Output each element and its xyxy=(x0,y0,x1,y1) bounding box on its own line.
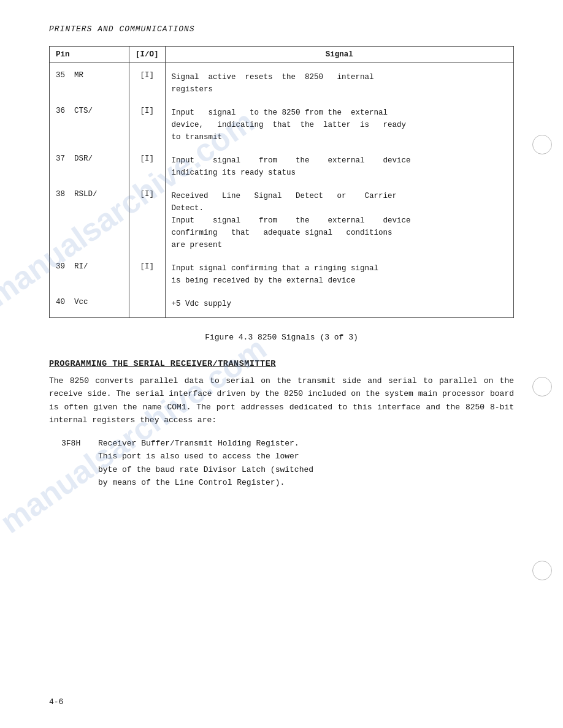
page-header: PRINTERS AND COMMUNICATIONS xyxy=(49,25,514,34)
page-number: 4-6 xyxy=(49,697,63,707)
table-row: 36 CTS/ [I] Input signal to the 8250 fro… xyxy=(50,104,514,146)
sep-row-2 xyxy=(50,146,514,151)
sep-row-6 xyxy=(50,313,514,318)
table-row: 37 DSR/ [I] Input signal from the extern… xyxy=(50,151,514,182)
cell-signal-35: Signal active resets the 8250 internal r… xyxy=(165,68,513,99)
def-desc: Receiver Buffer/Transmit Holding Registe… xyxy=(98,437,514,490)
cell-signal-36: Input signal to the 8250 from the extern… xyxy=(165,104,513,146)
cell-signal-37: Input signal from the external device in… xyxy=(165,151,513,182)
margin-circle-1 xyxy=(532,135,552,154)
col-pin-header: Pin xyxy=(50,47,129,63)
cell-io-39: [I] xyxy=(129,259,166,290)
sep-row-1 xyxy=(50,99,514,104)
col-signal-header: Signal xyxy=(165,47,513,63)
def-term: 3F8H xyxy=(61,437,98,490)
section-heading: PROGRAMMING THE SERIAL RECEIVER/TRANSMIT… xyxy=(49,359,514,368)
cell-signal-39: Input signal confirming that a ringing s… xyxy=(165,259,513,290)
cell-pin-37: 37 DSR/ xyxy=(50,151,129,182)
table-row: 35 MR [I] Signal active resets the 8250 … xyxy=(50,68,514,99)
page: manualsarchive.com manualsarchive.com PR… xyxy=(0,0,563,728)
margin-circle-2 xyxy=(532,377,552,396)
cell-signal-40: +5 Vdc supply xyxy=(165,295,513,313)
signal-table: Pin [I/O] Signal 35 MR [I] Signal active… xyxy=(49,46,514,318)
cell-io-38: [I] xyxy=(129,187,166,254)
definition-list: 3F8H Receiver Buffer/Transmit Holding Re… xyxy=(49,437,514,490)
sep-row-0 xyxy=(50,63,514,68)
table-header-row: Pin [I/O] Signal xyxy=(50,47,514,63)
table-row: 38 RSLD/ [I] Received Line Signal Detect… xyxy=(50,187,514,254)
def-item-3f8h: 3F8H Receiver Buffer/Transmit Holding Re… xyxy=(61,437,514,490)
sep-row-4 xyxy=(50,254,514,259)
cell-pin-39: 39 RI/ xyxy=(50,259,129,290)
sep-row-3 xyxy=(50,182,514,187)
cell-pin-38: 38 RSLD/ xyxy=(50,187,129,254)
cell-signal-38: Received Line Signal Detect or Carrier D… xyxy=(165,187,513,254)
cell-pin-40: 40 Vcc xyxy=(50,295,129,313)
cell-io-36: [I] xyxy=(129,104,166,146)
cell-io-37: [I] xyxy=(129,151,166,182)
table-row: 40 Vcc +5 Vdc supply xyxy=(50,295,514,313)
cell-pin-35: 35 MR xyxy=(50,68,129,99)
margin-circle-3 xyxy=(532,561,552,580)
section-body-text: The 8250 converts parallel data to seria… xyxy=(49,374,514,427)
table-row: 39 RI/ [I] Input signal confirming that … xyxy=(50,259,514,290)
cell-io-35: [I] xyxy=(129,68,166,99)
sep-row-5 xyxy=(50,290,514,295)
col-io-header: [I/O] xyxy=(129,47,166,63)
figure-caption: Figure 4.3 8250 Signals (3 of 3) xyxy=(49,333,514,342)
cell-pin-36: 36 CTS/ xyxy=(50,104,129,146)
cell-io-40 xyxy=(129,295,166,313)
